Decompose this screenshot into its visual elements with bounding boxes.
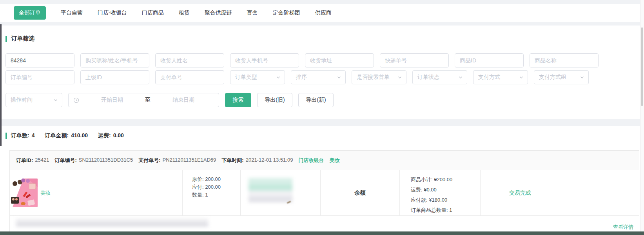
orders-summary: 订单数: 4 订单金额: 410.00 运费: 0.00: [0, 132, 644, 139]
original-price-value: 200.00: [205, 176, 221, 182]
export-new-button[interactable]: 导出(新): [298, 93, 334, 107]
product-name-link[interactable]: 美妆: [40, 189, 51, 197]
pay-method-value: 余额: [355, 189, 366, 197]
redacted-customer-info: [249, 178, 292, 202]
chevron-down-icon: [458, 75, 463, 80]
filter-section-title: 订单筛选: [5, 35, 639, 42]
parent-id-input[interactable]: [80, 70, 149, 84]
vertical-scrollbar-thumb[interactable]: [641, 27, 643, 106]
row-freight-label: 运费:: [411, 187, 423, 193]
search-button[interactable]: 搜索: [225, 93, 251, 107]
tab-supply-chain[interactable]: 聚合供应链: [205, 9, 232, 16]
operation-time-select-label: 操作时间: [11, 97, 33, 104]
pay-method-group-select[interactable]: 支付方式组: [534, 70, 589, 84]
filter-row-2: 订单类型 排序 是否搜索首单 订单状态 支付方式 支付方式组: [5, 70, 639, 84]
filter-row-1: [5, 53, 639, 67]
actions-cell: [560, 170, 639, 215]
tab-rental[interactable]: 租赁: [179, 9, 190, 16]
price-cell: 原价: 200.00 应付: 200.00 数量: 1: [183, 170, 241, 215]
left-edge-scrollbar[interactable]: [0, 24, 2, 146]
address-input[interactable]: [305, 53, 374, 67]
tab-store-goods[interactable]: 门店商品: [142, 9, 164, 16]
orders-panel: 订单数: 4 订单金额: 410.00 运费: 0.00 订单ID:25421 …: [0, 126, 644, 235]
pay-method-cell: 余额: [321, 170, 400, 215]
tab-platform-self[interactable]: 平台自营: [61, 9, 83, 16]
start-date-placeholder[interactable]: 开始日期: [82, 97, 143, 104]
order-admin-page: 全部订单 平台自营 门店-收银台 门店商品 租赁 聚合供应链 盲盒 定金阶梯团 …: [0, 0, 644, 235]
product-cell: 美妆: [10, 170, 183, 215]
order-amount-label: 订单金额:: [45, 132, 69, 139]
order-sn-input[interactable]: [5, 70, 74, 84]
order-time-value: 2021-12-01 13:51:09: [246, 157, 293, 164]
filter-row-3: 操作时间 开始日期 至 结束日期 搜索 导出(旧) 导出(新): [5, 93, 639, 107]
pay-method-group-select-label: 支付方式组: [539, 74, 566, 81]
order-id-value: 25421: [35, 157, 49, 164]
buyer-nickname-input[interactable]: [80, 53, 149, 67]
freight-value: 0.00: [113, 132, 124, 139]
order-sn-label: 订单编号:: [55, 157, 77, 164]
chevron-down-icon: [276, 75, 281, 80]
tab-deposit-ladder[interactable]: 定金阶梯团: [273, 9, 300, 16]
order-id-input[interactable]: [5, 53, 74, 67]
payable-price-label: 应付:: [192, 184, 204, 190]
tab-blind-box[interactable]: 盲盒: [247, 9, 258, 16]
order-type-tabbar: 全部订单 平台自营 门店-收银台 门店商品 租赁 聚合供应链 盲盒 定金阶梯团 …: [0, 4, 644, 22]
first-order-select[interactable]: 是否搜索首单: [352, 70, 406, 84]
customer-cell: [241, 170, 321, 215]
status-cell: 交易完成: [481, 170, 560, 215]
tab-store-cashier[interactable]: 门店-收银台: [98, 9, 127, 16]
cosmetics-image: [10, 179, 38, 207]
amount-due-value: ¥180.00: [429, 197, 447, 203]
sort-select-label: 排序: [296, 74, 307, 81]
bottom-edge-bar: [0, 231, 644, 235]
order-time-label: 下单时间:: [221, 157, 243, 164]
date-range-separator: 至: [145, 97, 151, 104]
order-card: 订单ID:25421 订单编号:SN2112011351DD31C5 支付单号:…: [9, 150, 639, 235]
totals-cell: 商品小计: ¥200.00 运费: ¥0.00 应付款: ¥180.00 订单商…: [400, 170, 481, 215]
pay-method-select[interactable]: 支付方式: [473, 70, 528, 84]
payable-price-value: 200.00: [205, 184, 221, 190]
order-card-header: 订单ID:25421 订单编号:SN2112011351DD31C5 支付单号:…: [10, 151, 639, 170]
amount-due-label: 应付款:: [411, 197, 428, 203]
quantity-label: 数量:: [192, 192, 204, 198]
product-id-input[interactable]: [455, 53, 524, 67]
tab-all-orders[interactable]: 全部订单: [14, 6, 46, 20]
product-name-input[interactable]: [530, 53, 599, 67]
pay-no-input[interactable]: [155, 70, 224, 84]
order-row: 美妆 原价: 200.00 应付: 200.00 数量: 1 余额: [10, 170, 639, 216]
total-qty-value: 1: [449, 207, 452, 213]
order-type-select[interactable]: 订单类型: [230, 70, 285, 84]
tab-supplier[interactable]: 供应商: [315, 9, 332, 16]
receiver-name-input[interactable]: [155, 53, 224, 67]
order-type-select-label: 订单类型: [235, 74, 257, 81]
chevron-down-icon: [397, 75, 402, 80]
receiver-phone-input[interactable]: [230, 53, 299, 67]
order-id-label: 订单ID:: [16, 157, 33, 164]
tracking-no-input[interactable]: [380, 53, 449, 67]
chevron-down-icon: [580, 75, 584, 80]
order-category-badge: 美妆: [329, 157, 339, 164]
order-source-badge: 门店收银台: [298, 157, 324, 164]
freight-label: 运费:: [98, 132, 111, 139]
export-old-button[interactable]: 导出(旧): [257, 93, 292, 107]
clock-icon: [73, 97, 79, 103]
orders-summary-stats: 订单数: 4 订单金额: 410.00 运费: 0.00: [11, 132, 124, 139]
date-range-picker[interactable]: 开始日期 至 结束日期: [68, 93, 219, 107]
operation-time-select[interactable]: 操作时间: [5, 93, 62, 107]
chevron-down-icon: [53, 98, 58, 102]
quantity-value: 1: [205, 192, 208, 198]
section-accent-bar: [5, 36, 7, 42]
product-image[interactable]: [10, 179, 38, 207]
end-date-placeholder[interactable]: 结束日期: [153, 97, 214, 104]
vertical-scrollbar[interactable]: [640, 0, 644, 235]
pay-method-select-label: 支付方式: [478, 74, 500, 81]
order-count-label: 订单数:: [11, 132, 29, 139]
order-status-select[interactable]: 订单状态: [412, 70, 467, 84]
redacted-footer-note: [16, 219, 208, 227]
sort-select[interactable]: 排序: [291, 70, 346, 84]
chevron-down-icon: [337, 75, 341, 80]
view-detail-link[interactable]: 查看详情: [613, 224, 633, 231]
subtotal-value: ¥200.00: [434, 177, 452, 182]
order-status-select-label: 订单状态: [417, 74, 439, 81]
chevron-down-icon: [519, 75, 524, 80]
